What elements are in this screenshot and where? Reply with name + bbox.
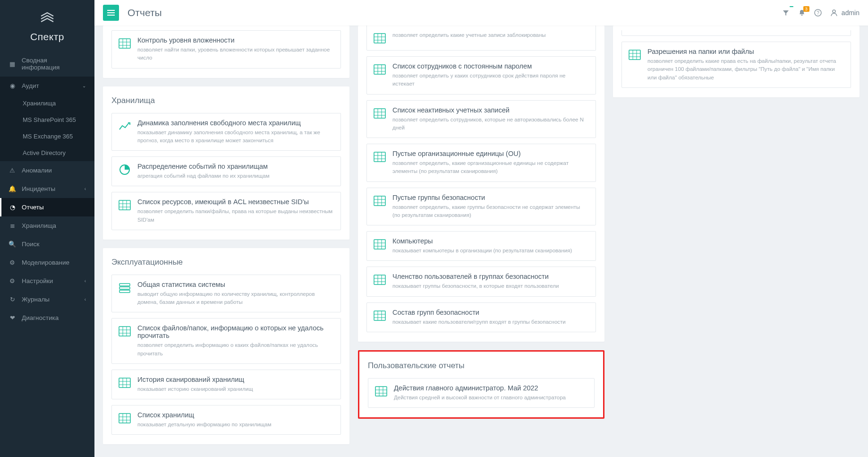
report-card[interactable]: Членство пользователей в группах безопас… bbox=[366, 267, 596, 296]
panel-mid: позволяет определить какие учетные запис… bbox=[358, 26, 604, 342]
user-menu[interactable]: admin bbox=[830, 9, 859, 17]
card-body: позволяет определить какие учетные запис… bbox=[392, 31, 589, 44]
report-card[interactable]: Список сотрудников с постоянным паролемп… bbox=[366, 56, 596, 95]
grid-icon bbox=[374, 151, 386, 163]
card-desc: показывает динамику заполнения свободног… bbox=[137, 129, 334, 145]
svg-rect-65 bbox=[374, 275, 385, 285]
grid-icon bbox=[374, 274, 386, 286]
filter-icon[interactable] bbox=[782, 9, 790, 17]
nav-item-reports[interactable]: ◔ Отчеты bbox=[0, 198, 94, 216]
chevron-left-icon: ‹ bbox=[85, 297, 86, 302]
report-card[interactable]: Список неактивных учетных записейпозволя… bbox=[366, 100, 596, 138]
card-desc: позволяет определить, какие организацион… bbox=[392, 159, 589, 176]
nav-item-audit[interactable]: ◉ Аудит ⌄ bbox=[0, 77, 94, 95]
dashboard-icon: ▦ bbox=[9, 60, 16, 68]
card-title: Общая статистика системы bbox=[137, 281, 334, 288]
nav-list: ▦ Сводная информация ◉ Аудит ⌄ Хранилища… bbox=[0, 51, 94, 327]
card-body: Членство пользователей в группах безопас… bbox=[392, 273, 589, 290]
hamburger-icon bbox=[107, 10, 115, 16]
card-desc: показывает какие пользователи/групп вход… bbox=[392, 318, 589, 326]
card-title: Список файлов/папок, информацию о которы… bbox=[137, 324, 334, 339]
report-card[interactable]: Разрешения на папки или файлы позволяет … bbox=[621, 42, 851, 88]
svg-rect-50 bbox=[374, 152, 385, 162]
grid-icon bbox=[374, 195, 386, 207]
content: Контроль уровня вложенности позволяет на… bbox=[94, 26, 868, 457]
column-1: Контроль уровня вложенности позволяет на… bbox=[103, 26, 349, 453]
card-title: История сканирований хранилищ bbox=[137, 376, 334, 383]
report-card[interactable]: Компьютерыпоказывает компьютеры в органи… bbox=[366, 231, 596, 261]
nav-label: Сводная информация bbox=[22, 57, 86, 71]
nav-item-search[interactable]: 🔍 Поиск bbox=[0, 235, 94, 253]
report-card[interactable]: Список хранилищ показывает детальную инф… bbox=[111, 405, 341, 435]
card-body: Компьютерыпоказывает компьютеры в органи… bbox=[392, 237, 589, 255]
notification-icon[interactable]: 3 bbox=[798, 9, 806, 17]
nav-label: Хранилища bbox=[22, 222, 56, 229]
heart-icon: ❤ bbox=[9, 314, 16, 321]
report-card[interactable]: Распределение событий по хранилищам агре… bbox=[111, 156, 341, 186]
svg-rect-55 bbox=[374, 196, 385, 206]
panel-title: Эксплуатационные bbox=[111, 258, 341, 267]
svg-rect-60 bbox=[374, 240, 385, 249]
nav-item-anomalies[interactable]: ⚠ Аномалии bbox=[0, 161, 94, 180]
report-card[interactable]: Действия главного администратор. Май 202… bbox=[368, 378, 595, 408]
nav-sub-sharepoint[interactable]: MS SharePoint 365 bbox=[0, 112, 94, 128]
card-desc: позволяет определить какие права есть на… bbox=[647, 57, 844, 82]
card-body: Динамика заполнения свободного места хра… bbox=[137, 119, 334, 145]
panel-title: Пользовательские отчеты bbox=[368, 361, 595, 371]
card-title: Список сотрудников с постоянным паролем bbox=[392, 62, 589, 70]
chevron-down-icon: ⌄ bbox=[82, 83, 86, 88]
card-body: Распределение событий по хранилищам агре… bbox=[137, 163, 334, 180]
card-body: Состав групп безопасностипоказывает каки… bbox=[392, 309, 589, 326]
card-desc: позволяет определить какие учетные запис… bbox=[392, 31, 589, 39]
report-card[interactable]: Контроль уровня вложенности позволяет на… bbox=[111, 30, 341, 69]
nav-item-storages[interactable]: ≣ Хранилища bbox=[0, 216, 94, 235]
card-title: Разрешения на папки или файлы bbox=[647, 48, 844, 55]
nav-item-modeling[interactable]: ⚙ Моделирование bbox=[0, 253, 94, 272]
svg-rect-12 bbox=[119, 200, 130, 210]
nav-label: Поиск bbox=[22, 241, 39, 248]
report-card[interactable]: Динамика заполнения свободного места хра… bbox=[111, 113, 341, 151]
report-card[interactable]: Пустые организационные единицы (OU)позво… bbox=[366, 144, 596, 182]
report-card[interactable]: Пустые группы безопасностипозволяет опре… bbox=[366, 188, 596, 226]
report-card[interactable]: Общая статистика системы выводит общую и… bbox=[111, 275, 341, 313]
report-card[interactable]: Состав групп безопасностипоказывает каки… bbox=[366, 302, 596, 332]
eye-icon: ◉ bbox=[9, 82, 16, 89]
server-icon bbox=[119, 282, 131, 294]
nav-item-diagnostics[interactable]: ❤ Диагностика bbox=[0, 309, 94, 327]
card-body: Пустые организационные единицы (OU)позво… bbox=[392, 150, 589, 176]
card-body: Список ресурсов, имеющий в ACL неизвестн… bbox=[137, 198, 334, 224]
svg-rect-19 bbox=[119, 290, 130, 293]
nav-sub-ad[interactable]: Active Directory bbox=[0, 145, 94, 161]
card-title: Список неактивных учетных записей bbox=[392, 106, 589, 114]
report-card[interactable]: Список ресурсов, имеющий в ACL неизвестн… bbox=[111, 192, 341, 230]
grid-icon bbox=[119, 325, 131, 337]
chart-icon bbox=[119, 120, 131, 132]
nav-label: Настройки bbox=[22, 277, 53, 285]
grid-icon bbox=[374, 238, 386, 250]
svg-text:?: ? bbox=[817, 10, 819, 16]
nav-item-dashboard[interactable]: ▦ Сводная информация bbox=[0, 51, 94, 77]
column-3: Разрешения на папки или файлы позволяет … bbox=[613, 26, 859, 106]
grid-icon bbox=[374, 63, 386, 76]
header-right: 3 ? admin bbox=[782, 9, 859, 17]
report-card[interactable]: Список файлов/папок, информацию о которы… bbox=[111, 318, 341, 364]
grid-icon bbox=[629, 49, 641, 61]
nav-sub-exchange[interactable]: MS Exchange 365 bbox=[0, 128, 94, 145]
svg-rect-20 bbox=[119, 327, 130, 336]
nav-item-journals[interactable]: ↻ Журналы ‹ bbox=[0, 290, 94, 309]
card-title: Пустые организационные единицы (OU) bbox=[392, 150, 589, 157]
svg-rect-45 bbox=[374, 109, 385, 118]
help-icon[interactable]: ? bbox=[814, 9, 822, 17]
nav-sub-storage[interactable]: Хранилища bbox=[0, 95, 94, 112]
refresh-icon: ↻ bbox=[9, 296, 16, 303]
nav-label: Журналы bbox=[22, 296, 50, 303]
nav-item-incidents[interactable]: 🔔 Инциденты ‹ bbox=[0, 180, 94, 198]
report-card[interactable]: позволяет определить какие учетные запис… bbox=[366, 26, 596, 51]
menu-toggle-button[interactable] bbox=[103, 5, 119, 21]
card-desc: позволяет определить сотрудников, которы… bbox=[392, 116, 589, 132]
svg-rect-40 bbox=[374, 65, 385, 74]
panel-right: Разрешения на папки или файлы позволяет … bbox=[613, 26, 859, 97]
svg-rect-17 bbox=[119, 284, 130, 286]
report-card[interactable]: История сканирований хранилищ показывает… bbox=[111, 370, 341, 399]
nav-item-settings[interactable]: ⚙ Настройки ‹ bbox=[0, 272, 94, 290]
